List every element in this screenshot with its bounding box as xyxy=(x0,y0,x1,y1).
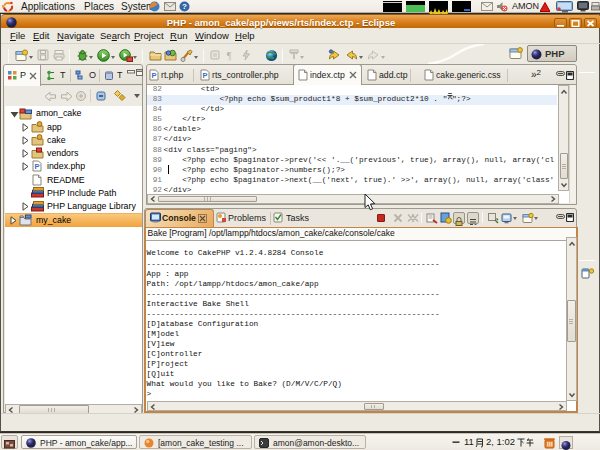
svg-text:?: ? xyxy=(182,2,187,11)
svg-text:P: P xyxy=(151,71,156,80)
svg-text:¶: ¶ xyxy=(227,50,232,61)
svg-text:P: P xyxy=(34,162,39,171)
svg-text:P: P xyxy=(202,71,207,80)
